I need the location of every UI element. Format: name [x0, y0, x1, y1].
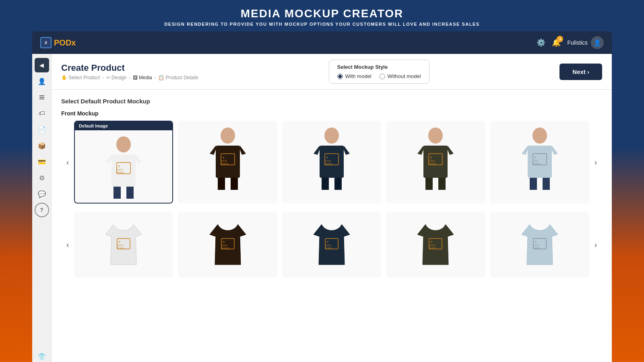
flat-card-white[interactable]: # YOUR DESIGN — [74, 212, 173, 278]
svg-rect-28 — [334, 178, 342, 190]
next-button[interactable]: Next › — [559, 64, 602, 80]
flat-mockup-section: ‹ # YOUR DESIGN — [61, 212, 602, 278]
svg-text:#: # — [431, 241, 432, 243]
default-image-label: Default Image — [75, 121, 172, 130]
settings-button[interactable]: ⚙️ — [537, 38, 545, 47]
carousel-prev-bottom[interactable]: ‹ — [61, 238, 74, 251]
svg-point-23 — [324, 128, 339, 144]
main-content: ◀ 👤 🏷 📄 📦 💳 ⚙ 💬 ? 👕 Create Product ✋ — [32, 54, 612, 362]
svg-text:#: # — [327, 241, 328, 243]
svg-text:YOUR: YOUR — [533, 160, 539, 162]
flat-card-olive[interactable]: # YOUR DESIGN — [386, 212, 485, 278]
svg-rect-44 — [528, 146, 552, 178]
app-container: # PODx ⚙️ 🔔 3 Fulistics 👤 ◀ 👤 — [32, 31, 612, 362]
sidebar-item-tag[interactable]: 🏷 — [35, 106, 49, 121]
mockup-card-olive-model[interactable]: # YOUR DESIGN — [386, 121, 485, 204]
sidebar-item-card[interactable]: 💳 — [35, 154, 49, 169]
radio-without-model-input[interactable] — [380, 74, 385, 79]
breadcrumb-product-details[interactable]: 📋 Product Details — [158, 75, 198, 80]
mockup-style-label: Select Mockup Style — [337, 64, 421, 70]
svg-marker-46 — [552, 146, 558, 155]
front-carousel-row: ‹ Default Image — [61, 121, 602, 204]
sidebar-item-help[interactable]: ? — [35, 203, 49, 217]
carousel-prev-top[interactable]: ‹ — [61, 156, 74, 169]
breadcrumb: ✋ Select Product › ✂ Design › 🖼 Media › … — [61, 75, 198, 80]
page-header: MEDIA MOCKUP CREATOR DESIGN RENDERING TO… — [0, 0, 644, 31]
svg-text:DESIGN: DESIGN — [221, 247, 229, 249]
sidebar: ◀ 👤 🏷 📄 📦 💳 ⚙ 💬 ? 👕 — [32, 54, 52, 362]
svg-text:YOUR: YOUR — [221, 160, 227, 162]
top-nav: # PODx ⚙️ 🔔 3 Fulistics 👤 — [32, 31, 612, 54]
svg-text:YOUR: YOUR — [117, 244, 123, 247]
page-title-section: Create Product ✋ Select Product › ✂ Desi… — [61, 63, 198, 80]
mockup-card-brown-model[interactable]: # YOUR DESIGN — [178, 121, 277, 204]
svg-text:DESIGN: DESIGN — [428, 162, 436, 165]
front-mockup-title: Front Mockup — [61, 110, 602, 117]
logo-x: x — [71, 38, 76, 47]
mockup-card-img-navy: # YOUR DESIGN — [283, 121, 380, 194]
sidebar-item-box[interactable]: 📦 — [35, 138, 49, 153]
flat-card-img-brown: # YOUR DESIGN — [179, 212, 276, 277]
content-area: Create Product ✋ Select Product › ✂ Desi… — [52, 54, 612, 362]
logo-text: PODx — [54, 38, 76, 47]
flat-mockup-grid: # YOUR DESIGN — [74, 212, 589, 278]
svg-marker-45 — [522, 146, 528, 155]
notification-button[interactable]: 🔔 3 — [552, 38, 561, 47]
flat-card-img-lightblue: # YOUR DESIGN — [491, 212, 588, 277]
svg-text:DESIGN: DESIGN — [221, 162, 229, 165]
svg-rect-18 — [231, 178, 238, 190]
flat-card-navy[interactable]: # YOUR DESIGN — [282, 212, 381, 278]
sidebar-item-document[interactable]: 📄 — [35, 122, 49, 137]
svg-text:YOUR: YOUR — [533, 244, 539, 247]
flat-card-brown[interactable]: # YOUR DESIGN — [178, 212, 277, 278]
svg-point-13 — [221, 128, 235, 144]
breadcrumb-design[interactable]: ✂ Design — [106, 75, 127, 80]
front-mockup-section: Front Mockup ‹ Default Image — [61, 110, 602, 204]
svg-text:#: # — [430, 156, 432, 159]
carousel-next-bottom[interactable]: › — [589, 238, 602, 251]
svg-point-33 — [428, 128, 443, 144]
svg-point-3 — [116, 136, 131, 152]
breadcrumb-select-product[interactable]: ✋ Select Product — [61, 75, 100, 80]
svg-marker-15 — [210, 146, 216, 155]
svg-text:DESIGN: DESIGN — [324, 162, 332, 165]
svg-rect-1 — [39, 97, 44, 98]
svg-text:#: # — [535, 241, 537, 243]
svg-text:DESIGN: DESIGN — [429, 247, 437, 249]
flat-card-lightblue[interactable]: # YOUR DESIGN — [490, 212, 589, 278]
user-avatar[interactable]: 👤 — [591, 36, 604, 49]
radio-with-model-input[interactable] — [337, 74, 343, 79]
sidebar-item-user[interactable]: 👤 — [35, 74, 49, 88]
sidebar-item-chat[interactable]: 💬 — [35, 187, 49, 201]
radio-without-model-label: Without model — [388, 73, 421, 79]
breadcrumb-media[interactable]: 🖼 Media — [133, 75, 152, 80]
svg-rect-17 — [218, 178, 225, 190]
logo-icon: # — [40, 37, 52, 48]
carousel-next-top[interactable]: › — [589, 156, 602, 169]
sidebar-toggle[interactable]: ◀ — [35, 58, 49, 72]
sidebar-item-list[interactable] — [35, 90, 49, 105]
nav-right: ⚙️ 🔔 3 Fulistics 👤 — [537, 36, 604, 49]
svg-rect-48 — [543, 178, 550, 190]
mockup-card-white-model[interactable]: Default Image — [74, 121, 173, 204]
sidebar-item-settings[interactable]: ⚙ — [35, 171, 49, 185]
logo: # PODx — [40, 37, 76, 48]
mockup-card-navy-model[interactable]: # YOUR DESIGN — [282, 121, 381, 204]
radio-group: With model Without model — [337, 73, 421, 79]
svg-text:#: # — [119, 241, 120, 243]
mockup-card-lightblue-model[interactable]: # YOUR DESIGN — [490, 121, 589, 204]
svg-text:YOUR: YOUR — [429, 160, 435, 162]
svg-text:YOUR: YOUR — [117, 169, 123, 171]
svg-point-43 — [533, 128, 547, 144]
sidebar-item-tshirt[interactable]: 👕 — [35, 349, 49, 362]
radio-with-model[interactable]: With model — [337, 73, 372, 79]
svg-text:YOUR: YOUR — [325, 244, 331, 247]
svg-text:YOUR: YOUR — [429, 244, 435, 247]
flat-card-img-white: # YOUR DESIGN — [75, 212, 172, 277]
mockup-card-img-white: # YOUR DESIGN — [75, 130, 172, 203]
mockup-card-img-olive: # YOUR DESIGN — [387, 121, 484, 194]
radio-without-model[interactable]: Without model — [380, 73, 421, 79]
svg-text:DESIGN: DESIGN — [325, 247, 333, 249]
svg-text:#: # — [118, 165, 120, 168]
svg-rect-2 — [39, 99, 44, 99]
